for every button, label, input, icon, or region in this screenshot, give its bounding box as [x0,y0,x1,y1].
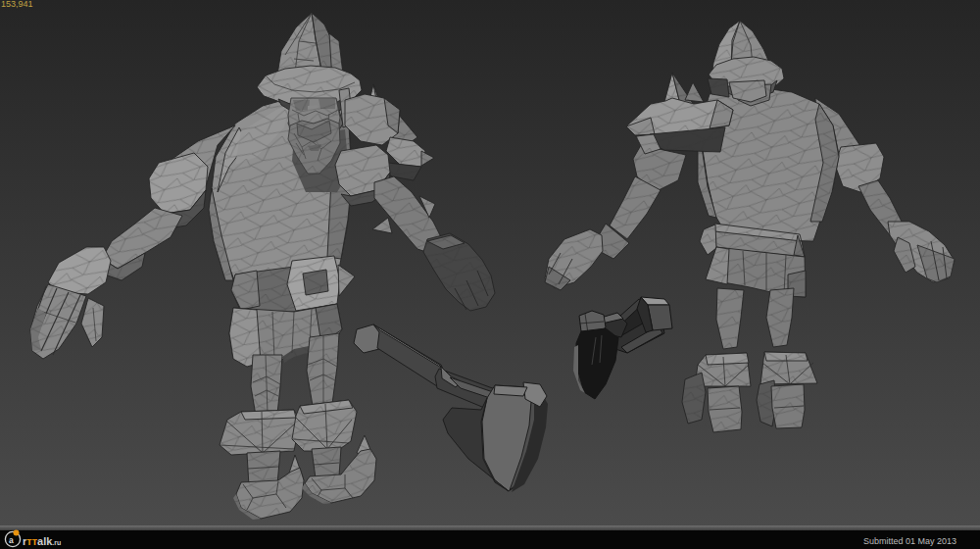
svg-text:153,941: 153,941 [1,0,33,9]
svg-text:a: a [9,535,14,545]
svg-text:Submitted 01 May 2013: Submitted 01 May 2013 [863,536,956,546]
